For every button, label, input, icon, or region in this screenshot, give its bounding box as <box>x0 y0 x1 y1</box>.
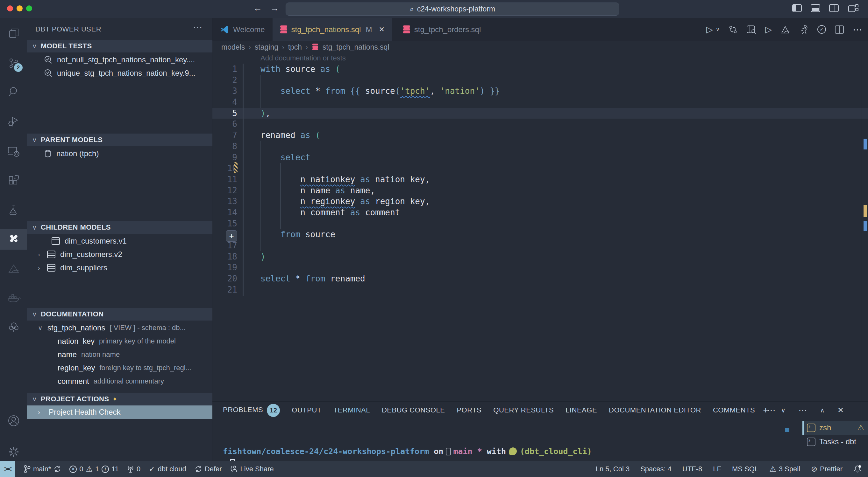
panel-more-actions-icon[interactable]: ⋯ <box>798 405 807 416</box>
code-line[interactable]: 7renamed as ( <box>212 130 868 141</box>
terminal-content[interactable]: fishtown/coalesce-24/c24-workshops-platf… <box>212 419 801 461</box>
command-center-search[interactable]: ⌕ c24-workshops-platform <box>286 3 619 15</box>
doc-column-row[interactable]: name nation name <box>27 348 212 361</box>
status-spell-checker[interactable]: ⚠ 3 Spell <box>769 465 800 474</box>
close-panel-icon[interactable]: ✕ <box>837 406 844 415</box>
panel-tab-comments[interactable]: COMMENTS <box>713 406 755 414</box>
status-encoding[interactable]: UTF-8 <box>682 465 702 473</box>
breadcrumb-item[interactable]: models <box>221 43 245 52</box>
docker-icon[interactable] <box>0 288 27 308</box>
panel-tab-documentation-editor[interactable]: DOCUMENTATION EDITOR <box>609 406 701 414</box>
documentation-model-row[interactable]: ∨ stg_tpch_nations [ VIEW ] - schema : d… <box>27 321 212 335</box>
status-dbt-cloud[interactable]: ✓ dbt cloud <box>149 465 186 474</box>
tab-stg-tpch-nations[interactable]: stg_tpch_nations.sql M ✕ <box>273 18 392 41</box>
search-sidebar-icon[interactable] <box>0 82 27 102</box>
child-model-item[interactable]: › dim_customers.v2 <box>27 248 212 261</box>
section-children-models[interactable]: ∨ CHILDREN MODELS <box>27 221 212 234</box>
child-model-item[interactable]: dim_customers.v1 <box>27 234 212 248</box>
remote-indicator[interactable]: >< <box>0 461 15 477</box>
section-documentation[interactable]: ∨ DOCUMENTATION <box>27 308 212 320</box>
panel-tab-terminal[interactable]: TERMINAL <box>333 406 370 414</box>
code-line[interactable]: 8 <box>212 141 868 152</box>
code-line[interactable]: 9 select <box>212 152 868 163</box>
status-ports[interactable]: 0 <box>127 465 141 473</box>
testing-icon[interactable] <box>0 199 27 220</box>
add-line-action-button[interactable]: + <box>226 230 237 242</box>
run-debug-icon[interactable] <box>0 111 27 131</box>
panel-tab-query-results[interactable]: QUERY RESULTS <box>493 406 554 414</box>
new-terminal-icon[interactable]: + <box>763 405 768 415</box>
doc-column-row[interactable]: region_key foreign key to stg_tpch_regi.… <box>27 361 212 375</box>
codelens-add-documentation[interactable]: Add documentation or tests <box>260 54 346 62</box>
project-health-check-item[interactable]: › Project Health Check <box>27 405 212 419</box>
run-dropdown-icon[interactable]: ▷ <box>706 25 713 35</box>
code-line[interactable]: 19 <box>212 262 868 273</box>
status-language-mode[interactable]: MS SQL <box>732 465 758 473</box>
breadcrumb-file[interactable]: stg_tpch_nations.sql <box>322 43 390 52</box>
code-line[interactable]: 18) <box>212 251 868 262</box>
dbt-icon[interactable] <box>0 259 27 279</box>
project-tree-icon[interactable] <box>0 317 27 337</box>
panel-tab-lineage[interactable]: LINEAGE <box>565 406 597 414</box>
panel-tab-problems[interactable]: PROBLEMS12 <box>223 404 280 417</box>
compare-icon[interactable] <box>728 25 738 34</box>
status-problems[interactable]: ✕0 ⚠1 i11 <box>69 465 119 474</box>
parent-model-item[interactable]: nation (tpch) <box>27 147 212 160</box>
child-model-item[interactable]: › dim_suppliers <box>27 261 212 274</box>
run-fast-icon[interactable] <box>799 25 809 35</box>
status-branch[interactable]: main* <box>24 465 61 473</box>
execute-query-icon[interactable]: ▷ <box>765 25 772 35</box>
status-indentation[interactable]: Spaces: 4 <box>640 465 672 473</box>
status-eol[interactable]: LF <box>713 465 721 473</box>
panel-tab-output[interactable]: OUTPUT <box>292 406 321 414</box>
code-line[interactable]: 11 n_nationkey as nation_key, <box>212 174 868 185</box>
split-editor-icon[interactable] <box>835 25 844 34</box>
panel-tab-debug-console[interactable]: DEBUG CONSOLE <box>382 406 445 414</box>
code-line[interactable]: 3 select * from {{ source('tpch', 'natio… <box>212 86 868 97</box>
dbt-docs-icon[interactable] <box>780 25 790 34</box>
code-line[interactable]: 6 <box>212 118 868 130</box>
overview-ruler[interactable] <box>862 54 868 401</box>
minimize-window-button[interactable] <box>17 5 23 11</box>
tab-stg-tpch-orders[interactable]: stg_tpch_orders.sql <box>396 18 489 41</box>
toggle-secondary-sidebar-icon[interactable] <box>829 4 839 12</box>
section-project-actions[interactable]: ∨ PROJECT ACTIONS ✦ <box>27 393 212 405</box>
status-cursor-position[interactable]: Ln 5, Col 3 <box>596 465 629 473</box>
close-tab-icon[interactable]: ✕ <box>379 26 384 34</box>
code-line[interactable]: 16 from source <box>212 229 868 240</box>
terminal-dropdown-icon[interactable]: ∨ <box>781 406 786 414</box>
code-line[interactable]: 4 <box>212 97 868 108</box>
terminal-tab-tasks-dbt[interactable]: Tasks - dbt <box>802 435 868 449</box>
run-chevron-icon[interactable]: ∨ <box>716 26 720 33</box>
explorer-icon[interactable] <box>0 23 27 43</box>
code-line[interactable]: 21 <box>212 284 868 296</box>
code-line[interactable]: 12 n_name as name, <box>212 185 868 196</box>
zoom-window-button[interactable] <box>26 5 32 11</box>
toggle-sidebar-icon[interactable] <box>792 4 802 12</box>
accounts-icon[interactable] <box>0 411 27 431</box>
dbt-power-user-icon[interactable] <box>0 229 27 250</box>
code-editor[interactable]: Add documentation or tests 1with source … <box>212 54 868 401</box>
extensions-icon[interactable] <box>0 170 27 191</box>
code-line[interactable]: 14 n_comment as comment <box>212 207 868 218</box>
panel-tab-ports[interactable]: PORTS <box>457 406 482 414</box>
model-test-item[interactable]: unique_stg_tpch_nations_nation_key.9... <box>27 66 212 80</box>
status-prettier[interactable]: ⊘ Prettier <box>811 465 842 474</box>
tab-welcome[interactable]: Welcome <box>212 18 273 41</box>
section-model-tests[interactable]: ∨ MODEL TESTS <box>27 40 212 53</box>
code-line[interactable]: 15 <box>212 218 868 229</box>
section-parent-models[interactable]: ∨ PARENT MODELS <box>27 134 212 146</box>
notifications-bell[interactable] <box>854 465 862 474</box>
close-window-button[interactable] <box>7 5 13 11</box>
doc-column-row[interactable]: nation_key primary key of the model <box>27 335 212 348</box>
maximize-panel-icon[interactable]: ∧ <box>820 406 825 414</box>
back-icon[interactable]: ← <box>253 3 262 13</box>
terminal-tab-zsh[interactable]: zsh ⚠ <box>802 421 868 435</box>
code-line[interactable]: 10 <box>212 163 868 174</box>
sidebar-more-actions-icon[interactable]: ⋯ <box>193 21 203 32</box>
code-line[interactable]: 1with source as ( <box>212 64 868 75</box>
code-line[interactable]: 13 n_regionkey as region_key, <box>212 196 868 207</box>
source-control-icon[interactable]: 2 <box>0 54 27 74</box>
code-line[interactable]: 5), <box>212 108 868 119</box>
status-live-share[interactable]: Live Share <box>230 465 274 473</box>
